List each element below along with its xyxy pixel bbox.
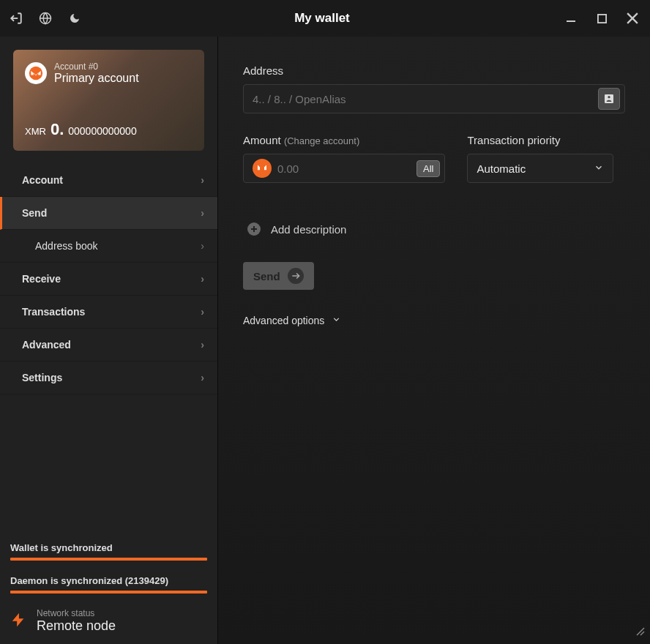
chevron-right-icon: › [201, 372, 204, 383]
chevron-right-icon: › [201, 174, 204, 186]
network-status[interactable]: Network status Remote node [10, 608, 207, 634]
daemon-sync-bar [10, 591, 207, 594]
monero-logo-icon [25, 62, 47, 84]
maximize-button[interactable] [593, 10, 610, 27]
wallet-sync-bar [10, 558, 207, 561]
priority-label: Transaction priority [467, 134, 613, 146]
monero-icon [253, 159, 272, 178]
nav-transactions[interactable]: Transactions › [0, 296, 217, 329]
nav-settings[interactable]: Settings › [0, 362, 217, 394]
sidebar: Account #0 Primary account XMR 0. 000000… [0, 37, 218, 644]
nav-address-book[interactable]: Address book › [0, 230, 217, 263]
lightning-icon [10, 610, 26, 632]
change-account-link[interactable]: (Change account) [284, 135, 359, 146]
daemon-sync-label: Daemon is synchronized (2139429) [10, 575, 207, 586]
exit-icon[interactable] [9, 11, 23, 26]
chevron-down-icon [594, 162, 604, 175]
close-button[interactable] [624, 10, 641, 27]
add-description-button[interactable]: Add description [243, 222, 625, 236]
address-input-row [243, 84, 625, 113]
account-subtitle: Account #0 [54, 61, 139, 72]
priority-select[interactable]: Automatic [467, 154, 613, 183]
main-panel: Address Amount (Change account) All [218, 37, 650, 644]
amount-input[interactable] [277, 162, 416, 175]
svg-line-12 [640, 632, 644, 635]
nav-advanced[interactable]: Advanced › [0, 329, 217, 362]
wallet-sync-label: Wallet is synchronized [10, 542, 207, 553]
chevron-right-icon: › [201, 339, 204, 351]
nav-receive[interactable]: Receive › [0, 263, 217, 296]
resize-grip-icon[interactable] [635, 626, 646, 640]
chevron-right-icon: › [201, 207, 204, 219]
address-input[interactable] [253, 93, 598, 105]
chevron-right-icon: › [201, 240, 204, 252]
amount-label: Amount (Change account) [243, 134, 445, 146]
nav-send[interactable]: Send › [0, 197, 217, 230]
arrow-right-icon [288, 268, 304, 284]
account-name: Primary account [54, 72, 139, 85]
svg-line-11 [637, 628, 644, 635]
advanced-options-toggle[interactable]: Advanced options [243, 315, 625, 326]
window-title: My wallet [82, 11, 562, 26]
address-label: Address [243, 64, 625, 77]
all-button[interactable]: All [416, 160, 440, 177]
account-card[interactable]: Account #0 Primary account XMR 0. 000000… [13, 50, 204, 151]
balance: XMR 0. 000000000000 [25, 120, 137, 139]
chevron-right-icon: › [201, 306, 204, 318]
nav-account[interactable]: Account › [0, 164, 217, 197]
plus-icon [247, 222, 261, 236]
globe-icon[interactable] [38, 11, 53, 26]
chevron-down-icon [332, 315, 341, 326]
address-book-button[interactable] [598, 88, 620, 110]
chevron-right-icon: › [201, 273, 204, 285]
svg-rect-4 [597, 14, 605, 22]
send-button[interactable]: Send [243, 262, 314, 290]
minimize-button[interactable] [562, 10, 580, 27]
moon-icon[interactable] [67, 11, 82, 26]
